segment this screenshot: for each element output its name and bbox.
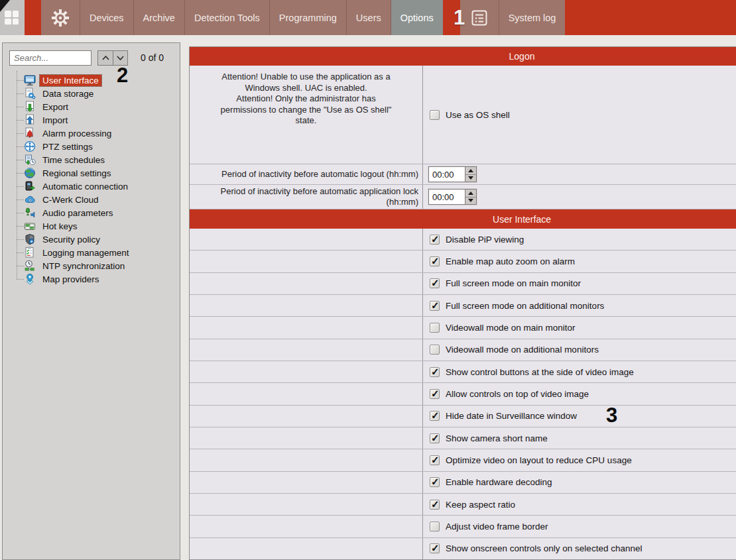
auto-logout-label: Period of inactivity before automatic lo… bbox=[190, 164, 423, 184]
sidebar-item-time-schedules[interactable]: Time schedules bbox=[3, 153, 180, 166]
tab-programming[interactable]: Programming bbox=[269, 0, 346, 35]
option-row-left-cell bbox=[190, 339, 423, 361]
audio-icon bbox=[24, 207, 36, 219]
sidebar-item-security-policy[interactable]: eSecurity policy bbox=[3, 233, 180, 246]
connection-icon bbox=[24, 180, 36, 192]
option-row-left-cell bbox=[190, 229, 423, 250]
spinner-down-button[interactable] bbox=[465, 197, 476, 205]
import-icon bbox=[24, 114, 36, 126]
sidebar-item-label: Import bbox=[40, 115, 70, 126]
optimize-video-on-layout-to-reduce-cpu-usage-checkbox[interactable] bbox=[430, 455, 440, 465]
option-row-disable-pip-viewing: Disable PiP viewing bbox=[190, 229, 736, 251]
full-screen-mode-on-main-monitor-checkbox[interactable] bbox=[430, 278, 440, 288]
checkbox-label: Allow controls on top of video image bbox=[446, 389, 589, 399]
sidebar-item-export[interactable]: Export bbox=[3, 100, 180, 113]
auto-logout-spinner[interactable]: 00:00 bbox=[428, 166, 477, 182]
sidebar-item-hot-keys[interactable]: Hot keys bbox=[3, 219, 180, 233]
sidebar-item-c-werk-cloud[interactable]: C-Werk Cloud bbox=[3, 193, 180, 206]
show-onscreen-controls-only-on-selected-channel-checkbox[interactable] bbox=[430, 543, 440, 553]
tab-detection-tools[interactable]: Detection Tools bbox=[184, 0, 269, 35]
options-panel: Logon Attention! Unable to use the appli… bbox=[189, 46, 736, 560]
chevron-up-icon bbox=[102, 56, 109, 60]
sidebar-item-label: Regional settings bbox=[40, 168, 114, 179]
checkbox-label: Optimize video on layout to reduce CPU u… bbox=[446, 455, 632, 465]
option-row-left-cell bbox=[190, 538, 423, 559]
hotkeys-icon bbox=[24, 220, 36, 232]
show-control-buttons-at-the-side-of-video-image-checkbox[interactable] bbox=[430, 367, 440, 377]
settings-gear-icon[interactable] bbox=[41, 0, 80, 35]
option-row-left-cell bbox=[190, 427, 423, 449]
tab-devices[interactable]: Devices bbox=[80, 0, 133, 35]
tab-users[interactable]: Users bbox=[346, 0, 391, 35]
option-row-keep-aspect-ratio: Keep aspect ratio bbox=[190, 494, 736, 516]
system-log-strip: System log bbox=[460, 0, 566, 35]
user-interface-options-list: Disable PiP viewingEnable map auto zoom … bbox=[190, 229, 736, 559]
option-row-left-cell bbox=[190, 251, 423, 272]
use-as-os-shell-checkbox[interactable] bbox=[430, 110, 440, 120]
sidebar-item-regional-settings[interactable]: Regional settings bbox=[3, 166, 180, 180]
option-row-show-camera-short-name: Show camera short name bbox=[190, 427, 736, 449]
sidebar-item-label: PTZ settings bbox=[40, 141, 95, 152]
sidebar-item-alarm-processing[interactable]: Alarm processing bbox=[3, 127, 180, 140]
search-input[interactable] bbox=[9, 50, 92, 66]
settings-sidebar: 0 of 0 User InterfaceData storageExportI… bbox=[2, 42, 180, 560]
hide-date-in-surveillance-window-checkbox[interactable] bbox=[430, 411, 440, 421]
cloud-icon bbox=[24, 194, 36, 205]
sidebar-item-data-storage[interactable]: Data storage bbox=[3, 87, 180, 100]
sidebar-item-user-interface[interactable]: User Interface bbox=[3, 74, 180, 87]
videowall-mode-on-additional-monitors-checkbox[interactable] bbox=[430, 345, 440, 355]
checkbox-label: Enable hardware decoding bbox=[446, 477, 552, 487]
sidebar-item-label: Time schedules bbox=[40, 154, 107, 166]
system-log-icon-button[interactable] bbox=[460, 0, 499, 35]
option-row-show-onscreen-controls-only-on-selected-channel: Show onscreen controls only on selected … bbox=[190, 538, 736, 559]
sidebar-item-label: Map providers bbox=[40, 274, 102, 285]
auto-lock-spinner[interactable]: 00:00 bbox=[428, 189, 477, 205]
option-row-left-cell bbox=[190, 273, 423, 294]
auto-logout-value[interactable]: 00:00 bbox=[429, 167, 465, 182]
sidebar-item-logging-management[interactable]: Logging management bbox=[3, 246, 180, 259]
alarm-icon bbox=[24, 127, 36, 139]
app-logo-area[interactable] bbox=[0, 0, 25, 35]
sidebar-item-audio-parameters[interactable]: Audio parameters bbox=[3, 206, 180, 219]
gear-icon bbox=[52, 9, 69, 27]
sidebar-item-map-providers[interactable]: Map providers bbox=[3, 272, 180, 286]
search-prev-button[interactable] bbox=[97, 50, 113, 66]
sidebar-item-label: Export bbox=[40, 101, 71, 113]
topbar-red-fill bbox=[565, 0, 736, 35]
videowall-mode-on-main-monitor-checkbox[interactable] bbox=[430, 323, 440, 333]
auto-lock-value[interactable]: 00:00 bbox=[429, 190, 465, 204]
option-row-videowall-mode-on-main-monitor: Videowall mode on main monitor bbox=[190, 317, 736, 339]
tab-system-log[interactable]: System log bbox=[499, 0, 566, 35]
sidebar-item-ntp-synchronization[interactable]: NTP synchronization bbox=[3, 259, 180, 272]
option-row-left-cell bbox=[190, 317, 423, 338]
enable-map-auto-zoom-on-alarm-checkbox[interactable] bbox=[430, 256, 440, 266]
option-row-adjust-video-frame-border: Adjust video frame border bbox=[190, 516, 736, 537]
sidebar-item-label: NTP synchronization bbox=[40, 260, 127, 272]
annotation-3: 3 bbox=[606, 405, 617, 425]
checkbox-label: Keep aspect ratio bbox=[446, 500, 515, 510]
checkbox-label: Show control buttons at the side of vide… bbox=[446, 367, 634, 377]
checkbox-label: Hide date in Surveillance window bbox=[446, 411, 577, 421]
disable-pip-viewing-checkbox[interactable] bbox=[430, 235, 440, 245]
keep-aspect-ratio-checkbox[interactable] bbox=[430, 500, 440, 510]
sidebar-item-ptz-settings[interactable]: PTZ settings bbox=[3, 140, 180, 153]
spinner-up-button[interactable] bbox=[465, 190, 476, 197]
sidebar-item-import[interactable]: Import bbox=[3, 113, 180, 127]
allow-controls-on-top-of-video-image-checkbox[interactable] bbox=[430, 389, 440, 399]
show-camera-short-name-checkbox[interactable] bbox=[430, 433, 440, 443]
enable-hardware-decoding-checkbox[interactable] bbox=[430, 477, 440, 487]
spinner-up-button[interactable] bbox=[465, 167, 476, 175]
tab-archive[interactable]: Archive bbox=[133, 0, 184, 35]
option-row-left-cell bbox=[190, 472, 423, 493]
option-row-show-control-buttons-at-the-side-of-video-image: Show control buttons at the side of vide… bbox=[190, 361, 736, 383]
full-screen-mode-on-additional-monitors-checkbox[interactable] bbox=[430, 301, 440, 311]
sidebar-item-automatic-connection[interactable]: Automatic connection bbox=[3, 180, 180, 193]
annotation-1: 1 bbox=[454, 7, 465, 28]
tab-options[interactable]: Options bbox=[391, 0, 443, 35]
option-row-left-cell bbox=[190, 383, 423, 404]
sidebar-item-label: Logging management bbox=[40, 247, 132, 258]
ptz-icon bbox=[24, 140, 36, 152]
spinner-down-button[interactable] bbox=[465, 175, 476, 182]
adjust-video-frame-border-checkbox[interactable] bbox=[430, 522, 440, 532]
map-pin-icon bbox=[24, 273, 36, 285]
